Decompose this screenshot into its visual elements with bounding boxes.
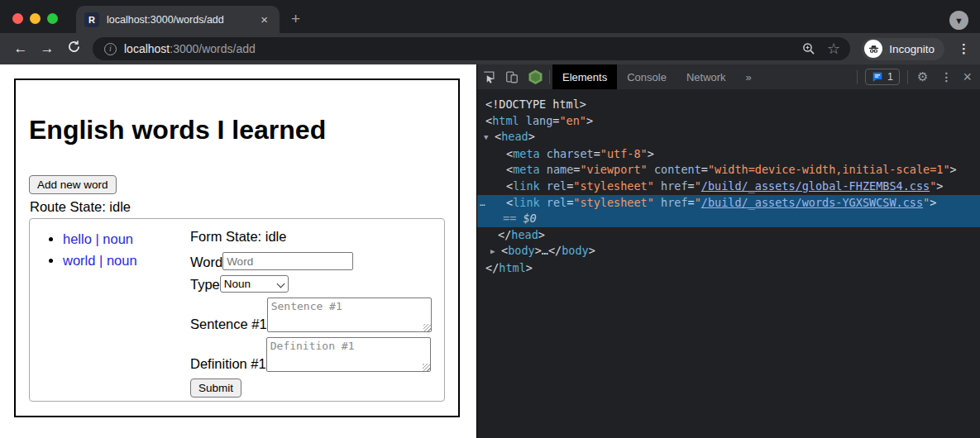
devtools-tab-network[interactable]: Network [676,64,736,89]
incognito-label: Incognito [889,43,935,55]
code-line[interactable]: ▼<head> [477,129,980,146]
word-list-item: hello | noun [63,231,190,247]
code-line[interactable]: <html lang="en"> [477,113,980,130]
sentence-label: Sentence #1 [190,317,267,332]
devtools-toolbar-right: 1 ⚙ ⋮ × [854,69,980,86]
devtools-menu-button[interactable]: ⋮ [935,70,958,83]
page-title: English words I learned [29,115,445,145]
expand-arrow-icon[interactable]: ▶ [490,244,501,260]
magnifier-plus-icon [802,42,815,55]
url-text[interactable]: localhost:3000/words/add [124,42,802,55]
app-container: English words I learned Add new word Rou… [14,79,460,417]
word-input[interactable] [222,252,353,270]
word-list: hello | nounworld | noun [30,231,190,401]
issues-bubble-icon [872,71,883,83]
issues-counter-button[interactable]: 1 [865,69,900,85]
site-info-icon[interactable]: i [104,43,117,55]
devtools-close-button[interactable]: × [958,69,980,86]
issues-count: 1 [887,71,893,83]
code-line[interactable]: <meta name="viewport" content="width=dev… [477,162,980,179]
dom-tree: <!DOCTYPE html><html lang="en">▼<head><m… [477,89,980,438]
type-label: Type [190,277,220,293]
inspect-cursor-icon [481,69,496,84]
add-new-word-button[interactable]: Add new word [29,175,117,194]
devtools-tab-elements[interactable]: Elements [552,64,617,89]
green-hexagon-icon [528,69,543,85]
devtools-tab-console[interactable]: Console [617,64,676,89]
code-line[interactable]: <link rel="stylesheet" href="/build/_ass… [477,179,980,195]
minimize-window-button[interactable] [30,13,41,24]
add-word-form: Form State: idle Word Type Noun [190,219,444,401]
reload-button[interactable] [63,40,84,58]
close-tab-icon[interactable]: × [257,12,271,26]
submit-button[interactable]: Submit [190,378,241,398]
toggle-device-toolbar-button[interactable] [500,64,523,89]
show-more-icon[interactable]: … [480,195,485,212]
url-path: :3000/words/add [170,42,256,55]
content-area: English words I learned Add new word Rou… [0,64,980,438]
code-line[interactable]: </html> [477,260,980,277]
inspect-element-button[interactable] [477,64,500,89]
browser-tab[interactable]: R localhost:3000/words/add × [76,6,280,33]
type-select-wrap: Noun [220,275,289,293]
word-link[interactable]: hello | noun [63,231,133,246]
device-toolbar-icon [504,69,519,84]
code-line[interactable]: …<link rel="stylesheet" href="/build/_as… [477,195,980,212]
browser-window: R localhost:3000/words/add × + ▼ ← → i l… [0,0,980,438]
reload-icon [67,40,81,54]
close-window-button[interactable] [12,13,23,24]
new-tab-button[interactable]: + [291,10,300,28]
collapse-arrow-icon[interactable]: ▼ [484,130,495,146]
zoom-button[interactable] [802,42,815,55]
incognito-badge: Incognito [862,38,944,60]
forward-button[interactable]: → [36,40,58,57]
devtools-panel: ElementsConsoleNetwork» 1 ⚙ ⋮ × <!DOCTYP… [476,64,980,438]
route-state-text: Route State: idle [30,199,445,215]
browser-toolbar: ← → i localhost:3000/words/add ☆ Incogni… [0,33,980,64]
web-page: English words I learned Add new word Rou… [0,64,476,438]
window-controls [12,13,58,24]
back-button[interactable]: ← [10,40,31,57]
maximize-window-button[interactable] [47,13,58,24]
bookmark-star-icon[interactable]: ☆ [827,40,840,58]
tab-bar: R localhost:3000/words/add × + ▼ [0,0,980,33]
node-extension-button[interactable] [523,64,547,89]
devtools-settings-button[interactable]: ⚙ [911,69,935,84]
code-line[interactable]: </head> [477,227,980,244]
code-line[interactable]: <!DOCTYPE html> [477,97,980,113]
toolbar-divider [549,70,550,84]
address-bar[interactable]: i localhost:3000/words/add ☆ [93,37,850,60]
devtools-tabs: ElementsConsoleNetwork» [552,64,762,89]
code-line[interactable]: <meta charset="utf-8"> [477,146,980,163]
form-state-text: Form State: idle [190,229,437,245]
code-line[interactable]: == $0 [477,211,980,227]
browser-menu-button[interactable]: ⋮ [958,41,970,56]
toolbar-divider [857,70,858,84]
incognito-icon [864,40,882,58]
sentence-textarea[interactable] [267,298,432,332]
code-line[interactable]: ▶<body>…</body> [477,243,980,260]
word-link[interactable]: world | noun [63,253,137,268]
definition-label: Definition #1 [190,356,266,372]
definition-textarea[interactable] [266,337,431,372]
devtools-toolbar: ElementsConsoleNetwork» 1 ⚙ ⋮ × [477,64,980,89]
devtools-tab-more-tabs[interactable]: » [736,64,762,89]
word-list-item: world | noun [63,253,190,269]
type-select[interactable]: Noun [220,275,289,293]
words-panel: hello | nounworld | noun Form State: idl… [29,218,445,402]
url-host: localhost [124,42,170,55]
tab-search-chevron-icon[interactable]: ▼ [949,11,968,30]
word-label: Word [190,255,222,270]
toolbar-divider [907,70,908,84]
remix-favicon-icon: R [84,12,99,27]
tab-title: localhost:3000/words/add [107,14,257,26]
